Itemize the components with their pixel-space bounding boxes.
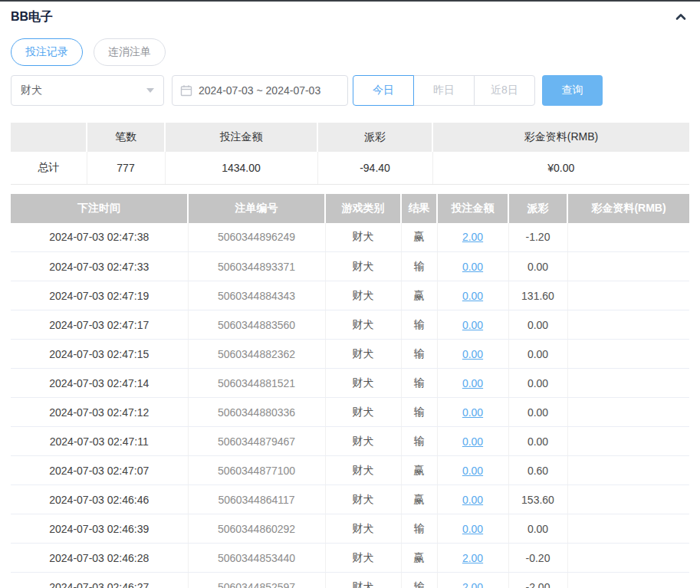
- today-button[interactable]: 今日: [353, 75, 414, 106]
- column-header-payout: 派彩: [508, 194, 567, 223]
- bet-amount-link[interactable]: 2.00: [462, 552, 483, 564]
- bet-result: 赢: [401, 281, 437, 310]
- bet-result: 输: [401, 252, 437, 281]
- bet-result: 输: [401, 514, 437, 544]
- order-id: 5060344877100: [188, 456, 325, 485]
- bet-amount-cell: 0.00: [437, 369, 508, 398]
- bet-amount-link[interactable]: 0.00: [462, 261, 483, 273]
- game-type: 财犬: [325, 427, 401, 456]
- table-row: 2024-07-03 02:47:33 5060344893371 财犬 输 0…: [11, 252, 689, 281]
- table-row: 2024-07-03 02:46:46 5060344864117 财犬 赢 0…: [11, 485, 689, 514]
- last-8-days-button[interactable]: 近8日: [474, 75, 535, 106]
- bonus-value: [567, 252, 689, 281]
- tab-cancelled-orders[interactable]: 连消注单: [94, 38, 166, 66]
- summary-payout-value: -94.40: [317, 152, 432, 184]
- bet-result: 输: [401, 340, 437, 369]
- bet-amount-link[interactable]: 0.00: [462, 377, 483, 389]
- order-id: 5060344881521: [188, 369, 325, 398]
- table-row: 2024-07-03 02:47:11 5060344879467 财犬 输 0…: [11, 427, 689, 456]
- bet-amount-cell: 0.00: [437, 427, 508, 456]
- date-range-input[interactable]: 2024-07-03 ~ 2024-07-03: [172, 75, 348, 106]
- bet-result: 输: [401, 573, 437, 588]
- bet-amount-link[interactable]: 0.00: [462, 348, 483, 360]
- bet-amount-cell: 2.00: [437, 223, 508, 252]
- bet-amount-link[interactable]: 0.00: [462, 319, 483, 331]
- chevron-up-icon: [674, 10, 688, 24]
- payout-value: 0.00: [508, 427, 567, 456]
- game-select[interactable]: 财犬: [11, 75, 164, 106]
- quick-range-group: 今日 昨日 近8日: [353, 75, 535, 106]
- table-row: 2024-07-03 02:46:28 5060344853440 财犬 赢 2…: [11, 544, 689, 573]
- bet-time: 2024-07-03 02:47:33: [11, 252, 188, 281]
- game-select-value: 财犬: [21, 84, 42, 97]
- game-type: 财犬: [325, 252, 401, 281]
- bet-time: 2024-07-03 02:47:17: [11, 310, 188, 340]
- bet-amount-cell: 2.00: [437, 544, 508, 573]
- bet-amount-link[interactable]: 0.00: [462, 290, 483, 302]
- order-id: 5060344852597: [188, 573, 325, 588]
- bonus-value: [567, 369, 689, 398]
- date-range-value: 2024-07-03 ~ 2024-07-03: [199, 84, 320, 97]
- bet-amount-link[interactable]: 0.00: [462, 523, 483, 535]
- search-button[interactable]: 查询: [542, 75, 603, 106]
- bb-electronic-panel: BB电子 投注记录 连消注单 财犬 2024-07-03 ~ 2024-07-0…: [0, 2, 700, 588]
- bet-amount-link[interactable]: 0.00: [462, 406, 483, 419]
- bet-amount-cell: 0.00: [437, 252, 508, 281]
- game-type: 财犬: [325, 456, 401, 485]
- summary-count-value: 777: [87, 152, 165, 184]
- bet-amount-cell: 0.00: [437, 281, 508, 310]
- bet-amount-link[interactable]: 2.00: [462, 581, 483, 588]
- bet-amount-link[interactable]: 0.00: [462, 435, 483, 448]
- bet-table: 下注时间 注单编号 游戏类别 结果 投注金额 派彩 彩金资料(RMB) 2024…: [11, 194, 689, 588]
- tab-bet-records[interactable]: 投注记录: [11, 38, 83, 66]
- game-type: 财犬: [325, 573, 401, 588]
- bet-time: 2024-07-03 02:47:12: [11, 398, 188, 427]
- payout-value: 0.00: [508, 310, 567, 340]
- order-id: 5060344893371: [188, 252, 325, 281]
- bet-amount-cell: 0.00: [437, 456, 508, 485]
- table-row: 2024-07-03 02:47:15 5060344882362 财犬 输 0…: [11, 340, 689, 369]
- payout-value: 153.60: [508, 485, 567, 514]
- bet-result: 输: [401, 398, 437, 427]
- summary-bet-amount-value: 1434.00: [165, 152, 317, 184]
- bet-time: 2024-07-03 02:46:28: [11, 544, 188, 573]
- bet-time: 2024-07-03 02:47:11: [11, 427, 188, 456]
- game-type: 财犬: [325, 281, 401, 310]
- bet-amount-cell: 0.00: [437, 485, 508, 514]
- bet-amount-link[interactable]: 2.00: [462, 231, 483, 243]
- column-header-result: 结果: [401, 194, 437, 223]
- game-type: 财犬: [325, 369, 401, 398]
- bonus-value: [567, 514, 689, 544]
- bet-time: 2024-07-03 02:47:19: [11, 281, 188, 310]
- bet-amount-cell: 0.00: [437, 310, 508, 340]
- column-header-bonus: 彩金资料(RMB): [567, 194, 689, 223]
- table-row: 2024-07-03 02:47:38 5060344896249 财犬 赢 2…: [11, 223, 689, 252]
- bet-time: 2024-07-03 02:46:27: [11, 573, 188, 588]
- summary-header-bet-amount: 投注金额: [165, 123, 317, 152]
- summary-total-row: 总计 777 1434.00 -94.40 ¥0.00: [11, 152, 689, 184]
- yesterday-button[interactable]: 昨日: [413, 75, 475, 106]
- page-title: BB电子: [11, 9, 53, 25]
- bet-amount-link[interactable]: 0.00: [462, 494, 483, 506]
- payout-value: 0.00: [508, 369, 567, 398]
- bet-result: 赢: [401, 485, 437, 514]
- payout-value: 0.00: [508, 514, 567, 544]
- bonus-value: [567, 281, 689, 310]
- collapse-button[interactable]: [672, 8, 689, 25]
- table-row: 2024-07-03 02:46:27 5060344852597 财犬 输 2…: [11, 573, 689, 588]
- game-type: 财犬: [325, 310, 401, 340]
- order-id: 5060344880336: [188, 398, 325, 427]
- bet-amount-cell: 0.00: [437, 340, 508, 369]
- bet-amount-link[interactable]: 0.00: [462, 465, 483, 477]
- summary-header-blank: [11, 123, 87, 152]
- order-id: 5060344860292: [188, 514, 325, 544]
- game-type: 财犬: [325, 223, 401, 252]
- payout-value: 0.00: [508, 252, 567, 281]
- summary-table: 笔数 投注金额 派彩 彩金资料(RMB) 总计 777 1434.00 -94.…: [11, 123, 689, 185]
- bet-amount-cell: 2.00: [437, 573, 508, 588]
- panel-header: BB电子: [11, 2, 689, 32]
- summary-header-payout: 派彩: [317, 123, 432, 152]
- payout-value: 0.00: [508, 340, 567, 369]
- payout-value: -2.00: [508, 573, 567, 588]
- order-id: 5060344864117: [188, 485, 325, 514]
